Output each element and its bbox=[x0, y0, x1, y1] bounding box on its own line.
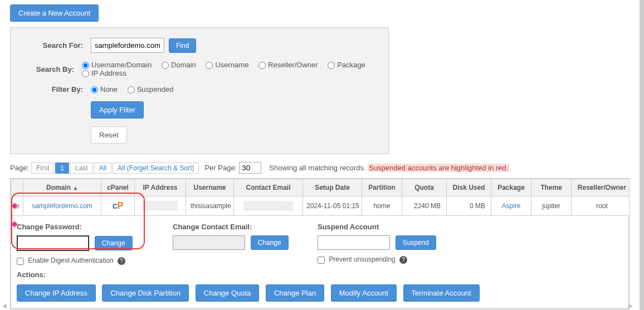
accounts-table: Domain▲ cPanel IP Address Username Conta… bbox=[10, 178, 630, 309]
cell-setup: 2024-11-05 01:15 bbox=[303, 196, 362, 216]
suspend-account-label: Suspend Account bbox=[318, 223, 462, 231]
reset-button[interactable]: Reset bbox=[91, 126, 127, 144]
change-password-label: Change Password: bbox=[17, 223, 150, 231]
radio-reseller[interactable]: Reseller/Owner bbox=[258, 61, 318, 69]
redacted-email bbox=[243, 201, 293, 211]
cell-disk: 0 MB bbox=[447, 196, 491, 216]
showing-text: Showing all matching records. bbox=[269, 164, 365, 172]
digest-auth-label: Enable Digest Authentication bbox=[28, 257, 113, 264]
search-panel: Search For: Find Search By: Username/Dom… bbox=[10, 27, 389, 154]
page-last[interactable]: Last bbox=[70, 163, 93, 174]
cell-theme: jupiter bbox=[531, 196, 572, 216]
col-username[interactable]: Username bbox=[186, 179, 234, 196]
col-reseller[interactable]: Reseller/Owner bbox=[572, 179, 630, 196]
digest-auth-checkbox[interactable] bbox=[17, 258, 24, 265]
cell-reseller: root bbox=[572, 196, 630, 216]
col-email[interactable]: Contact Email bbox=[234, 179, 303, 196]
col-expand bbox=[11, 179, 23, 196]
page-label: Page: bbox=[10, 164, 29, 172]
prevent-unsuspend-checkbox[interactable] bbox=[318, 257, 325, 264]
suspended-note: Suspended accounts are highlighted in re… bbox=[368, 164, 509, 172]
cell-username: thisisasample bbox=[186, 196, 234, 216]
suspend-button[interactable]: Suspend bbox=[396, 235, 436, 250]
find-button[interactable]: Find bbox=[169, 38, 196, 53]
search-by-label: Search By: bbox=[22, 65, 74, 73]
col-disk[interactable]: Disk Used bbox=[447, 179, 491, 196]
scroll-right-icon[interactable]: ▶ bbox=[628, 303, 633, 309]
page-all[interactable]: All bbox=[94, 163, 111, 174]
col-partition[interactable]: Partition bbox=[362, 179, 402, 196]
radio-domain[interactable]: Domain bbox=[162, 61, 196, 69]
radio-package[interactable]: Package bbox=[328, 61, 365, 69]
change-email-button[interactable]: Change bbox=[251, 235, 289, 250]
cell-partition: home bbox=[362, 196, 402, 216]
change-email-input[interactable] bbox=[173, 235, 245, 250]
filter-by-label: Filter By: bbox=[22, 85, 83, 94]
page-first[interactable]: First bbox=[31, 163, 54, 174]
cell-ip bbox=[135, 196, 186, 216]
row-collapse-icon[interactable]: ⊟ bbox=[11, 196, 23, 216]
change-password-input[interactable] bbox=[17, 235, 89, 251]
table-row: ⊟ samplefordemo.com cP thisisasample 202… bbox=[11, 196, 630, 216]
col-setup[interactable]: Setup Date bbox=[303, 179, 362, 196]
help-icon[interactable]: ? bbox=[118, 257, 125, 265]
scroll-left-icon[interactable]: ◀ bbox=[2, 303, 7, 309]
per-page-label: Per Page: bbox=[204, 164, 237, 172]
modify-account-button[interactable]: Modify Account bbox=[331, 284, 397, 302]
help-icon[interactable]: ? bbox=[399, 256, 407, 264]
cell-domain[interactable]: samplefordemo.com bbox=[23, 196, 101, 216]
cell-quota: 2240 MB bbox=[402, 196, 447, 216]
sort-asc-icon: ▲ bbox=[73, 185, 78, 191]
cell-email bbox=[234, 196, 303, 216]
search-by-group: Username/Domain Domain Username Reseller… bbox=[82, 61, 377, 77]
col-ip[interactable]: IP Address bbox=[135, 179, 186, 196]
search-for-input[interactable] bbox=[91, 38, 164, 53]
change-ip-button[interactable]: Change IP Address bbox=[17, 284, 96, 302]
cell-cpanel[interactable]: cP bbox=[101, 196, 135, 216]
change-quota-button[interactable]: Change Quota bbox=[196, 284, 260, 302]
change-disk-button[interactable]: Change Disk Partition bbox=[102, 284, 189, 302]
redacted-ip bbox=[143, 201, 178, 211]
radio-none[interactable]: None bbox=[91, 85, 118, 94]
change-password-button[interactable]: Change bbox=[95, 236, 133, 250]
row-detail-panel: Change Password: Change Enable Digest Au… bbox=[11, 216, 629, 309]
suspend-reason-input[interactable] bbox=[318, 235, 390, 250]
filter-by-group: None Suspended bbox=[91, 85, 181, 94]
page-1[interactable]: 1 bbox=[55, 163, 69, 174]
actions-label: Actions: bbox=[17, 270, 623, 279]
pagination-top: Page: First 1 Last All All (Forget Searc… bbox=[10, 162, 630, 174]
change-email-label: Change Contact Email: bbox=[173, 223, 295, 231]
radio-ip[interactable]: IP Address bbox=[82, 69, 126, 77]
cpanel-icon: cP bbox=[113, 201, 124, 210]
col-package[interactable]: Package bbox=[491, 179, 531, 196]
col-theme[interactable]: Theme bbox=[531, 179, 572, 196]
radio-suspended[interactable]: Suspended bbox=[128, 85, 174, 94]
prevent-unsuspend-label: Prevent unsuspending bbox=[329, 255, 395, 263]
per-page-input[interactable] bbox=[239, 162, 261, 174]
create-account-button[interactable]: Create a New Account bbox=[10, 4, 99, 22]
radio-username-domain[interactable]: Username/Domain bbox=[82, 61, 152, 69]
page-all-forget[interactable]: All (Forget Search & Sort) bbox=[113, 163, 199, 174]
radio-username[interactable]: Username bbox=[206, 61, 248, 69]
col-domain[interactable]: Domain▲ bbox=[23, 179, 101, 196]
cell-package[interactable]: Aspire bbox=[491, 196, 531, 216]
col-quota[interactable]: Quota bbox=[402, 179, 447, 196]
col-cpanel[interactable]: cPanel bbox=[101, 179, 135, 196]
terminate-account-button[interactable]: Terminate Account bbox=[403, 284, 480, 302]
change-plan-button[interactable]: Change Plan bbox=[266, 284, 324, 302]
search-for-label: Search For: bbox=[22, 41, 83, 50]
apply-filter-button[interactable]: Apply Filter bbox=[91, 101, 144, 119]
